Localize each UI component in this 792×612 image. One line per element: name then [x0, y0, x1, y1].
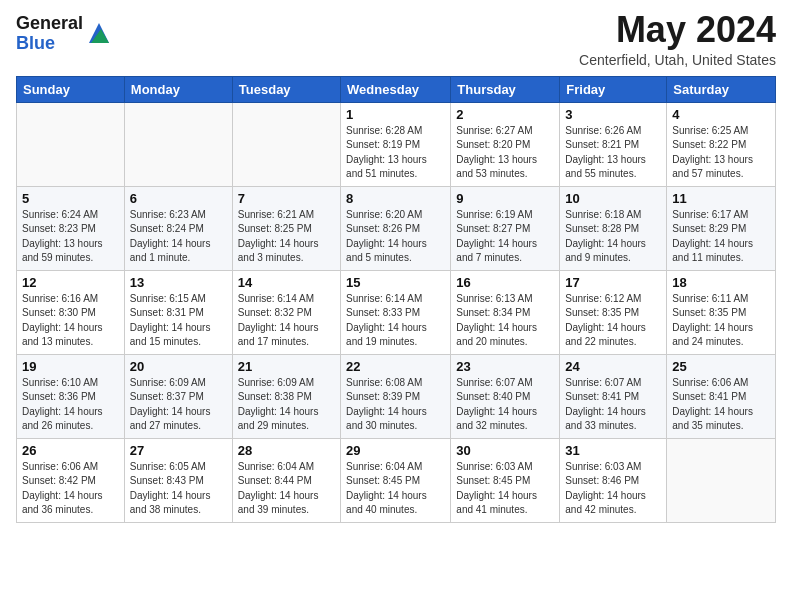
calendar-week-row: 26Sunrise: 6:06 AMSunset: 8:42 PMDayligh… [17, 438, 776, 522]
day-number: 31 [565, 443, 661, 458]
col-thursday: Thursday [451, 76, 560, 102]
calendar-cell: 21Sunrise: 6:09 AMSunset: 8:38 PMDayligh… [232, 354, 340, 438]
calendar-cell: 2Sunrise: 6:27 AMSunset: 8:20 PMDaylight… [451, 102, 560, 186]
calendar-cell: 31Sunrise: 6:03 AMSunset: 8:46 PMDayligh… [560, 438, 667, 522]
day-info: Sunrise: 6:25 AMSunset: 8:22 PMDaylight:… [672, 124, 770, 182]
day-info: Sunrise: 6:26 AMSunset: 8:21 PMDaylight:… [565, 124, 661, 182]
calendar-cell: 24Sunrise: 6:07 AMSunset: 8:41 PMDayligh… [560, 354, 667, 438]
day-number: 2 [456, 107, 554, 122]
logo-blue: Blue [16, 34, 83, 54]
calendar-cell: 10Sunrise: 6:18 AMSunset: 8:28 PMDayligh… [560, 186, 667, 270]
location: Centerfield, Utah, United States [579, 52, 776, 68]
day-number: 24 [565, 359, 661, 374]
day-number: 30 [456, 443, 554, 458]
day-info: Sunrise: 6:20 AMSunset: 8:26 PMDaylight:… [346, 208, 445, 266]
day-info: Sunrise: 6:24 AMSunset: 8:23 PMDaylight:… [22, 208, 119, 266]
logo-text: General Blue [16, 14, 83, 54]
day-number: 17 [565, 275, 661, 290]
day-info: Sunrise: 6:03 AMSunset: 8:45 PMDaylight:… [456, 460, 554, 518]
calendar-cell: 26Sunrise: 6:06 AMSunset: 8:42 PMDayligh… [17, 438, 125, 522]
day-number: 10 [565, 191, 661, 206]
calendar-cell: 27Sunrise: 6:05 AMSunset: 8:43 PMDayligh… [124, 438, 232, 522]
day-number: 27 [130, 443, 227, 458]
calendar-cell [232, 102, 340, 186]
calendar-cell: 8Sunrise: 6:20 AMSunset: 8:26 PMDaylight… [341, 186, 451, 270]
day-number: 29 [346, 443, 445, 458]
col-sunday: Sunday [17, 76, 125, 102]
calendar-cell: 14Sunrise: 6:14 AMSunset: 8:32 PMDayligh… [232, 270, 340, 354]
calendar-cell: 19Sunrise: 6:10 AMSunset: 8:36 PMDayligh… [17, 354, 125, 438]
day-info: Sunrise: 6:04 AMSunset: 8:44 PMDaylight:… [238, 460, 335, 518]
day-info: Sunrise: 6:19 AMSunset: 8:27 PMDaylight:… [456, 208, 554, 266]
day-info: Sunrise: 6:04 AMSunset: 8:45 PMDaylight:… [346, 460, 445, 518]
calendar-cell [667, 438, 776, 522]
logo-icon [85, 19, 113, 47]
calendar-cell: 7Sunrise: 6:21 AMSunset: 8:25 PMDaylight… [232, 186, 340, 270]
calendar-header-row: Sunday Monday Tuesday Wednesday Thursday… [17, 76, 776, 102]
calendar-cell: 30Sunrise: 6:03 AMSunset: 8:45 PMDayligh… [451, 438, 560, 522]
day-number: 6 [130, 191, 227, 206]
calendar-cell: 3Sunrise: 6:26 AMSunset: 8:21 PMDaylight… [560, 102, 667, 186]
day-info: Sunrise: 6:08 AMSunset: 8:39 PMDaylight:… [346, 376, 445, 434]
day-number: 14 [238, 275, 335, 290]
calendar-cell: 17Sunrise: 6:12 AMSunset: 8:35 PMDayligh… [560, 270, 667, 354]
col-tuesday: Tuesday [232, 76, 340, 102]
day-number: 16 [456, 275, 554, 290]
calendar-cell: 22Sunrise: 6:08 AMSunset: 8:39 PMDayligh… [341, 354, 451, 438]
day-number: 25 [672, 359, 770, 374]
day-number: 3 [565, 107, 661, 122]
day-info: Sunrise: 6:12 AMSunset: 8:35 PMDaylight:… [565, 292, 661, 350]
calendar-cell [124, 102, 232, 186]
day-info: Sunrise: 6:11 AMSunset: 8:35 PMDaylight:… [672, 292, 770, 350]
day-number: 7 [238, 191, 335, 206]
day-number: 1 [346, 107, 445, 122]
day-number: 19 [22, 359, 119, 374]
day-info: Sunrise: 6:15 AMSunset: 8:31 PMDaylight:… [130, 292, 227, 350]
day-number: 11 [672, 191, 770, 206]
calendar-cell: 12Sunrise: 6:16 AMSunset: 8:30 PMDayligh… [17, 270, 125, 354]
col-saturday: Saturday [667, 76, 776, 102]
calendar-cell: 6Sunrise: 6:23 AMSunset: 8:24 PMDaylight… [124, 186, 232, 270]
calendar-cell: 1Sunrise: 6:28 AMSunset: 8:19 PMDaylight… [341, 102, 451, 186]
calendar-cell: 13Sunrise: 6:15 AMSunset: 8:31 PMDayligh… [124, 270, 232, 354]
day-number: 28 [238, 443, 335, 458]
col-wednesday: Wednesday [341, 76, 451, 102]
day-info: Sunrise: 6:14 AMSunset: 8:33 PMDaylight:… [346, 292, 445, 350]
day-info: Sunrise: 6:09 AMSunset: 8:37 PMDaylight:… [130, 376, 227, 434]
day-number: 20 [130, 359, 227, 374]
day-number: 15 [346, 275, 445, 290]
calendar-cell: 18Sunrise: 6:11 AMSunset: 8:35 PMDayligh… [667, 270, 776, 354]
calendar-cell: 23Sunrise: 6:07 AMSunset: 8:40 PMDayligh… [451, 354, 560, 438]
calendar-week-row: 1Sunrise: 6:28 AMSunset: 8:19 PMDaylight… [17, 102, 776, 186]
day-info: Sunrise: 6:23 AMSunset: 8:24 PMDaylight:… [130, 208, 227, 266]
calendar-table: Sunday Monday Tuesday Wednesday Thursday… [16, 76, 776, 523]
day-info: Sunrise: 6:16 AMSunset: 8:30 PMDaylight:… [22, 292, 119, 350]
month-year: May 2024 [579, 10, 776, 50]
col-monday: Monday [124, 76, 232, 102]
calendar-cell: 5Sunrise: 6:24 AMSunset: 8:23 PMDaylight… [17, 186, 125, 270]
calendar-cell: 29Sunrise: 6:04 AMSunset: 8:45 PMDayligh… [341, 438, 451, 522]
day-info: Sunrise: 6:28 AMSunset: 8:19 PMDaylight:… [346, 124, 445, 182]
day-info: Sunrise: 6:27 AMSunset: 8:20 PMDaylight:… [456, 124, 554, 182]
day-number: 4 [672, 107, 770, 122]
calendar-cell: 16Sunrise: 6:13 AMSunset: 8:34 PMDayligh… [451, 270, 560, 354]
day-info: Sunrise: 6:07 AMSunset: 8:41 PMDaylight:… [565, 376, 661, 434]
col-friday: Friday [560, 76, 667, 102]
day-info: Sunrise: 6:13 AMSunset: 8:34 PMDaylight:… [456, 292, 554, 350]
day-info: Sunrise: 6:06 AMSunset: 8:41 PMDaylight:… [672, 376, 770, 434]
calendar-cell: 4Sunrise: 6:25 AMSunset: 8:22 PMDaylight… [667, 102, 776, 186]
day-number: 18 [672, 275, 770, 290]
logo-general: General [16, 14, 83, 34]
title-block: May 2024 Centerfield, Utah, United State… [579, 10, 776, 68]
day-info: Sunrise: 6:10 AMSunset: 8:36 PMDaylight:… [22, 376, 119, 434]
calendar-cell: 11Sunrise: 6:17 AMSunset: 8:29 PMDayligh… [667, 186, 776, 270]
calendar-week-row: 5Sunrise: 6:24 AMSunset: 8:23 PMDaylight… [17, 186, 776, 270]
calendar-cell: 9Sunrise: 6:19 AMSunset: 8:27 PMDaylight… [451, 186, 560, 270]
day-number: 23 [456, 359, 554, 374]
calendar-cell: 15Sunrise: 6:14 AMSunset: 8:33 PMDayligh… [341, 270, 451, 354]
day-info: Sunrise: 6:17 AMSunset: 8:29 PMDaylight:… [672, 208, 770, 266]
day-info: Sunrise: 6:21 AMSunset: 8:25 PMDaylight:… [238, 208, 335, 266]
page: General Blue May 2024 Centerfield, Utah,… [0, 0, 792, 612]
calendar-week-row: 19Sunrise: 6:10 AMSunset: 8:36 PMDayligh… [17, 354, 776, 438]
day-info: Sunrise: 6:09 AMSunset: 8:38 PMDaylight:… [238, 376, 335, 434]
